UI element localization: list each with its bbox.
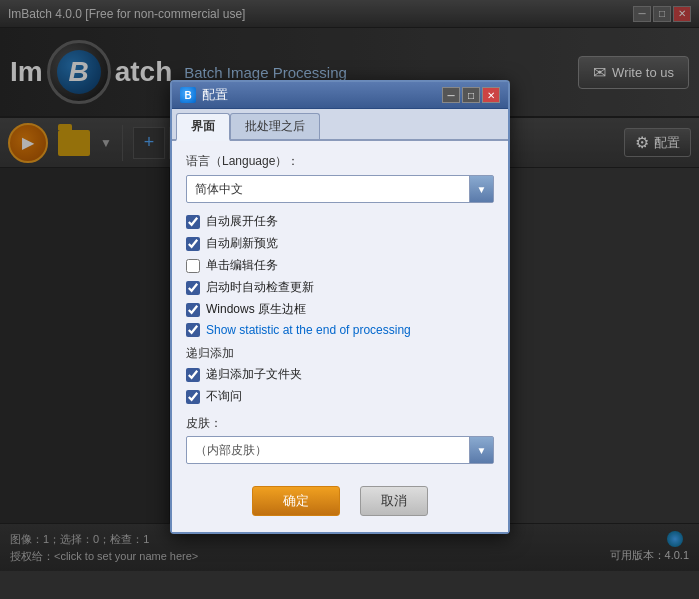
- checkbox-no-ask-label: 不询问: [206, 388, 242, 405]
- dialog-body: 语言（Language）： 简体中文 ▼ 自动展开任务 自动刷新预览 单击编辑任…: [172, 141, 508, 532]
- checkbox-auto-expand-label: 自动展开任务: [206, 213, 278, 230]
- language-arrow[interactable]: ▼: [469, 176, 493, 202]
- dialog-maximize-button[interactable]: □: [462, 87, 480, 103]
- skin-value: （内部皮肤）: [187, 438, 469, 463]
- skin-arrow[interactable]: ▼: [469, 437, 493, 463]
- skin-select[interactable]: （内部皮肤） ▼: [186, 436, 494, 464]
- checkbox-auto-refresh-input[interactable]: [186, 237, 200, 251]
- dialog-icon: B: [180, 87, 196, 103]
- checkbox-auto-refresh-label: 自动刷新预览: [206, 235, 278, 252]
- tab-interface[interactable]: 界面: [176, 113, 230, 141]
- modal-overlay: B 配置 ─ □ ✕ 界面 批处理之后 语言（Language）： 简体中文 ▼: [0, 0, 699, 599]
- dialog-close-button[interactable]: ✕: [482, 87, 500, 103]
- dialog-buttons: 确定 取消: [186, 478, 494, 520]
- checkbox-click-edit-label: 单击编辑任务: [206, 257, 278, 274]
- checkbox-auto-update: 启动时自动检查更新: [186, 279, 494, 296]
- dialog-tabs: 界面 批处理之后: [172, 109, 508, 141]
- checkbox-recursive-add: 递归添加子文件夹: [186, 366, 494, 383]
- checkbox-auto-expand: 自动展开任务: [186, 213, 494, 230]
- tab-after-batch[interactable]: 批处理之后: [230, 113, 320, 139]
- skin-label: 皮肤：: [186, 415, 494, 432]
- checkbox-show-statistic-label: Show statistic at the end of processing: [206, 323, 411, 337]
- cancel-button[interactable]: 取消: [360, 486, 428, 516]
- checkbox-native-border: Windows 原生边框: [186, 301, 494, 318]
- checkbox-recursive-add-label: 递归添加子文件夹: [206, 366, 302, 383]
- confirm-button[interactable]: 确定: [252, 486, 340, 516]
- checkbox-native-border-input[interactable]: [186, 303, 200, 317]
- checkbox-click-edit-input[interactable]: [186, 259, 200, 273]
- language-value: 简体中文: [187, 177, 469, 202]
- checkbox-click-edit: 单击编辑任务: [186, 257, 494, 274]
- checkbox-no-ask-input[interactable]: [186, 390, 200, 404]
- checkbox-show-statistic: Show statistic at the end of processing: [186, 323, 494, 337]
- checkbox-auto-refresh: 自动刷新预览: [186, 235, 494, 252]
- checkbox-native-border-label: Windows 原生边框: [206, 301, 306, 318]
- checkbox-auto-update-label: 启动时自动检查更新: [206, 279, 314, 296]
- dialog-minimize-button[interactable]: ─: [442, 87, 460, 103]
- checkbox-no-ask: 不询问: [186, 388, 494, 405]
- language-label: 语言（Language）：: [186, 153, 494, 170]
- settings-dialog: B 配置 ─ □ ✕ 界面 批处理之后 语言（Language）： 简体中文 ▼: [170, 80, 510, 534]
- recursive-section-label: 递归添加: [186, 345, 494, 362]
- checkbox-auto-expand-input[interactable]: [186, 215, 200, 229]
- checkbox-show-statistic-input[interactable]: [186, 323, 200, 337]
- checkbox-recursive-add-input[interactable]: [186, 368, 200, 382]
- checkbox-auto-update-input[interactable]: [186, 281, 200, 295]
- dialog-title-bar: B 配置 ─ □ ✕: [172, 82, 508, 109]
- language-select[interactable]: 简体中文 ▼: [186, 175, 494, 203]
- dialog-title: 配置: [202, 86, 440, 104]
